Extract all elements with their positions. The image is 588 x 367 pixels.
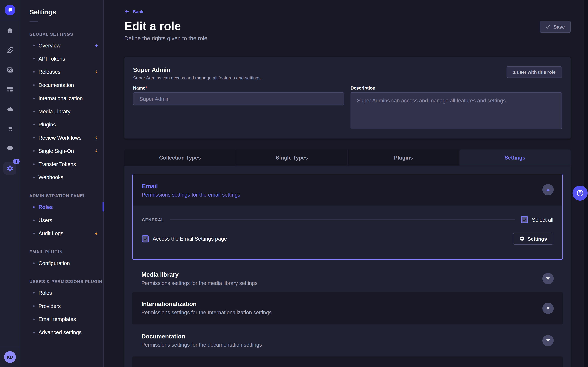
collapse-button[interactable] [542, 184, 554, 195]
sidebar-item-releases[interactable]: Releases [20, 65, 104, 78]
lightning-icon [94, 148, 99, 153]
accordion-title: Media library [141, 271, 257, 278]
back-link[interactable]: Back [124, 9, 144, 14]
scrollbar-track[interactable] [584, 0, 588, 367]
email-accordion-header[interactable]: Email Permissions settings for the email… [133, 174, 562, 206]
help-button[interactable] [572, 186, 588, 201]
app-window: 1 KD Settings GLOBAL SETTINGS Overview A… [0, 0, 588, 367]
section-label-global-settings: GLOBAL SETTINGS [29, 32, 103, 37]
general-group-label: GENERAL [142, 217, 164, 222]
sidebar-item-advanced-settings[interactable]: Advanced settings [20, 325, 104, 339]
sidebar-item-users[interactable]: Users [20, 213, 104, 226]
sidebar-item-internationalization[interactable]: Internationalization [20, 92, 104, 105]
sidebar-item-transfer-tokens[interactable]: Transfer Tokens [20, 157, 104, 171]
accordion-subtitle: Permissions settings for the media libra… [141, 280, 257, 286]
sidebar-item-plugins[interactable]: Plugins [20, 118, 104, 131]
tab-plugins[interactable]: Plugins [347, 150, 459, 166]
chevron-down-icon [546, 339, 550, 342]
section-label-users-permissions-plugin: USERS & PERMISSIONS PLUGIN [29, 279, 103, 284]
description-field-label: Description [351, 85, 375, 91]
settings-notification-badge: 1 [13, 159, 20, 164]
sidebar-item-api-tokens[interactable]: API Tokens [20, 52, 104, 65]
check-icon [143, 236, 148, 241]
strapi-logo[interactable] [5, 5, 15, 15]
bullet-icon [33, 206, 35, 208]
media-library-accordion[interactable]: Media library Permissions settings for t… [132, 265, 563, 292]
sidebar-item-admin-roles[interactable]: Roles [20, 200, 104, 214]
sidebar-item-configuration[interactable]: Configuration [20, 256, 104, 270]
lightning-icon [94, 231, 99, 236]
role-name-heading: Super Admin [133, 67, 170, 73]
sidebar-item-single-sign-on[interactable]: Single Sign-On [20, 144, 104, 157]
bullet-icon [33, 332, 35, 333]
select-all-checkbox[interactable] [521, 216, 528, 223]
name-field-label: Name* [133, 85, 147, 91]
home-icon[interactable] [4, 25, 15, 36]
tab-settings[interactable]: Settings [459, 150, 571, 166]
bullet-icon [33, 58, 35, 59]
required-asterisk: * [145, 85, 147, 91]
documentation-accordion[interactable]: Documentation Permissions settings for t… [132, 325, 563, 356]
users-with-role-button[interactable]: 1 user with this role [507, 66, 562, 78]
user-avatar[interactable]: KD [4, 351, 16, 363]
save-button[interactable]: Save [540, 21, 571, 33]
bullet-icon [33, 318, 35, 320]
content-manager-icon[interactable] [4, 83, 15, 95]
media-library-icon[interactable] [4, 64, 15, 75]
sidebar-title: Settings [29, 8, 103, 16]
accordion-subtitle: Permissions settings for the Internation… [141, 309, 271, 316]
sidebar-title-rule [29, 22, 38, 22]
notification-dot-icon [95, 44, 98, 47]
bullet-icon [33, 233, 35, 234]
bullet-icon [33, 110, 35, 112]
sidebar-item-review-workflows[interactable]: Review Workflows [20, 131, 104, 144]
internationalization-accordion[interactable]: Internationalization Permissions setting… [132, 292, 563, 325]
description-textarea[interactable]: Super Admins can access and manage all f… [351, 92, 562, 129]
sidebar-item-media-library[interactable]: Media Library [20, 105, 104, 118]
tab-collection-types[interactable]: Collection Types [124, 150, 236, 166]
name-input[interactable] [133, 92, 344, 105]
cloud-icon[interactable] [4, 103, 15, 114]
accordion-title: Internationalization [141, 301, 271, 308]
sidebar-item-email-templates[interactable]: Email templates [20, 312, 104, 325]
bullet-icon [33, 84, 35, 86]
bullet-icon [33, 97, 35, 99]
lightning-icon [94, 69, 99, 74]
section-label-administration-panel: ADMINISTRATION PANEL [29, 193, 103, 198]
access-email-settings-checkbox[interactable] [142, 235, 149, 242]
expand-button[interactable] [542, 335, 554, 346]
chevron-down-icon [546, 277, 550, 280]
page-title: Edit a role [124, 20, 181, 33]
bullet-icon [33, 137, 35, 138]
sidebar-item-audit-logs[interactable]: Audit Logs [20, 226, 104, 240]
feather-icon[interactable] [4, 44, 15, 56]
settings-sidebar: Settings GLOBAL SETTINGS Overview API To… [20, 0, 104, 367]
tab-single-types[interactable]: Single Types [236, 150, 347, 166]
bullet-icon [33, 292, 35, 293]
page-subtitle: Define the rights given to the role [124, 35, 208, 42]
bullet-icon [33, 262, 35, 264]
bullet-icon [33, 163, 35, 165]
expand-button[interactable] [542, 302, 554, 314]
email-settings-button[interactable]: Settings [513, 233, 553, 245]
sidebar-item-documentation[interactable]: Documentation [20, 78, 104, 92]
settings-gear-icon[interactable]: 1 [3, 162, 16, 175]
marketplace-cart-icon[interactable] [4, 123, 15, 134]
expand-button[interactable] [542, 273, 554, 284]
bullet-icon [33, 71, 35, 72]
sidebar-item-up-roles[interactable]: Roles [20, 286, 104, 299]
sidebar-item-providers[interactable]: Providers [20, 299, 104, 313]
sidebar-item-webhooks[interactable]: Webhooks [20, 170, 104, 184]
email-accordion: Email Permissions settings for the email… [132, 174, 563, 260]
settings-tab-panel: Email Permissions settings for the email… [124, 166, 571, 367]
bullet-icon [33, 124, 35, 125]
bullet-icon [33, 150, 35, 151]
arrow-left-icon [124, 9, 130, 14]
email-accordion-subtitle: Permissions settings for the email setti… [142, 192, 240, 198]
plugins-marketplace-accordion[interactable]: Plugins and marketplace [132, 356, 563, 367]
sidebar-item-overview[interactable]: Overview [20, 39, 104, 52]
info-icon[interactable] [4, 142, 15, 153]
check-icon [545, 24, 550, 29]
lightning-icon [94, 135, 99, 140]
strapi-logo-icon [7, 7, 13, 13]
